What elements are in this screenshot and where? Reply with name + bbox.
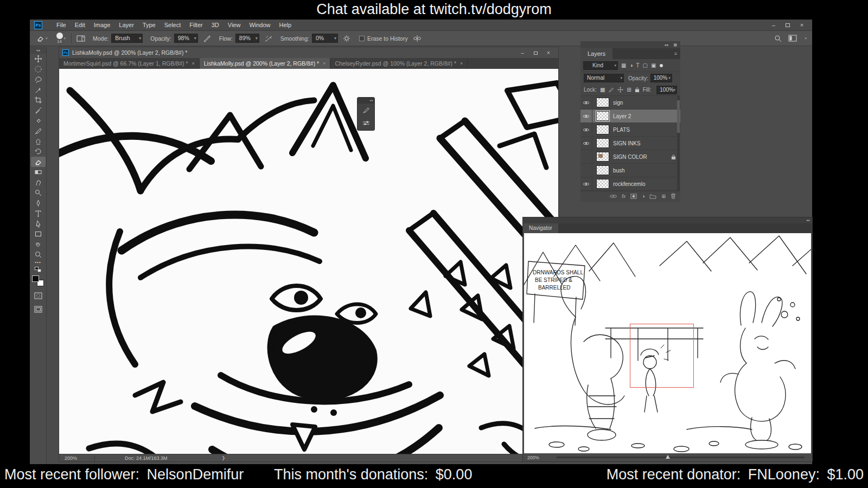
airbrush-icon[interactable] bbox=[264, 35, 273, 42]
fill-dropdown[interactable]: 100% bbox=[656, 86, 677, 94]
menu-3d[interactable]: 3D bbox=[207, 20, 224, 30]
tab-close-icon[interactable]: × bbox=[460, 61, 463, 66]
tool-preset-caret-icon[interactable]: ▾ bbox=[46, 36, 48, 41]
layer-row-sign-color[interactable]: SIGN COLOR bbox=[580, 150, 680, 164]
layer-row-layer-2[interactable]: Layer 2 bbox=[580, 110, 680, 123]
brush-settings-panel-icon[interactable] bbox=[76, 35, 85, 42]
document-close-button[interactable]: × bbox=[542, 50, 555, 56]
close-button[interactable]: × bbox=[795, 20, 809, 30]
minimize-button[interactable]: – bbox=[767, 20, 781, 30]
tab-navigator[interactable]: Navigator bbox=[523, 223, 558, 233]
search-icon[interactable] bbox=[774, 35, 782, 42]
lasso-tool[interactable] bbox=[31, 74, 46, 85]
menu-help[interactable]: Help bbox=[275, 20, 296, 30]
layer-thumbnail[interactable] bbox=[596, 152, 609, 162]
tab-close-icon[interactable]: × bbox=[192, 61, 195, 66]
filter-pixel-icon[interactable]: ▦ bbox=[621, 62, 626, 68]
layer-row-plats[interactable]: PLATS bbox=[580, 123, 680, 137]
layer-thumbnail[interactable] bbox=[596, 125, 609, 134]
zoom-tool[interactable] bbox=[31, 249, 46, 260]
layer-thumbnail[interactable] bbox=[596, 179, 609, 189]
opacity-dropdown[interactable]: 98% bbox=[174, 34, 198, 43]
layer-mask-icon[interactable] bbox=[630, 194, 637, 199]
document-minimize-button[interactable]: – bbox=[516, 50, 529, 56]
filter-kind-dropdown[interactable]: Kind bbox=[583, 61, 618, 70]
navigator-zoom-field[interactable]: 200% bbox=[527, 455, 549, 460]
link-layers-icon[interactable] bbox=[610, 194, 617, 198]
workspace-caret-icon[interactable]: ▾ bbox=[805, 36, 807, 41]
visibility-toggle[interactable] bbox=[580, 150, 592, 164]
lock-artboard-icon[interactable]: ⊞ bbox=[627, 87, 631, 93]
new-layer-icon[interactable]: ⊞ bbox=[661, 194, 666, 199]
layers-scrollbar[interactable] bbox=[677, 96, 680, 190]
menu-window[interactable]: Window bbox=[245, 20, 275, 30]
blend-mode-dropdown[interactable]: Normal bbox=[584, 74, 624, 82]
restore-button[interactable] bbox=[781, 20, 795, 30]
navigator-view-rectangle[interactable] bbox=[630, 324, 694, 388]
smudge-tool[interactable] bbox=[31, 177, 46, 188]
lock-pixels-icon[interactable] bbox=[608, 87, 614, 93]
menu-image[interactable]: Image bbox=[90, 20, 115, 30]
eyedropper-tool[interactable] bbox=[31, 105, 46, 115]
collapse-panel-icon[interactable]: ◂◂ bbox=[664, 43, 668, 47]
tab-mortimersquirl[interactable]: MortimerSquirl.psd @ 66.7% (Layer 1, RGB… bbox=[59, 58, 200, 69]
tab-layers[interactable]: Layers bbox=[580, 48, 612, 59]
document-titlebar[interactable]: Ps LishkaMolly.psd @ 200% (Layer 2, RGB/… bbox=[59, 47, 558, 58]
mode-dropdown[interactable]: Brush bbox=[111, 34, 143, 43]
zoom-level-field[interactable]: 200% bbox=[65, 455, 94, 461]
workspace-icon[interactable] bbox=[788, 35, 797, 42]
floating-brush-panel[interactable]: ◂◂ bbox=[357, 97, 375, 131]
foreground-color-swatch[interactable] bbox=[32, 275, 39, 282]
scrollbar-thumb[interactable] bbox=[677, 100, 680, 133]
path-selection-tool[interactable] bbox=[31, 219, 46, 229]
visibility-toggle[interactable] bbox=[580, 96, 592, 110]
layer-thumbnail[interactable] bbox=[596, 111, 609, 121]
filter-adjustment-icon[interactable]: ◑ bbox=[629, 62, 633, 68]
visibility-toggle[interactable] bbox=[580, 177, 592, 191]
dodge-tool[interactable] bbox=[31, 188, 46, 198]
visibility-toggle[interactable] bbox=[580, 123, 592, 137]
layer-style-icon[interactable]: fx bbox=[622, 194, 626, 199]
lock-position-icon[interactable] bbox=[617, 87, 623, 93]
layer-row-sign-inks[interactable]: SIGN INKS bbox=[580, 137, 680, 150]
canvas[interactable]: ◂◂ bbox=[59, 69, 558, 455]
visibility-toggle[interactable] bbox=[580, 137, 592, 150]
eraser-tool[interactable] bbox=[31, 157, 46, 167]
screen-mode-button[interactable] bbox=[31, 304, 46, 314]
status-arrow-icon[interactable]: ❯ bbox=[222, 455, 226, 460]
layer-thumbnail[interactable] bbox=[596, 138, 609, 148]
slider-thumb-icon[interactable] bbox=[666, 455, 670, 459]
lock-all-icon[interactable] bbox=[635, 87, 640, 93]
paint-symmetry-icon[interactable] bbox=[413, 35, 422, 42]
filter-type-icon[interactable]: T bbox=[636, 62, 640, 68]
layer-row-sign[interactable]: sign bbox=[580, 96, 680, 110]
tab-lishkamolly[interactable]: LishkaMolly.psd @ 200% (Layer 2, RGB/8#)… bbox=[200, 58, 331, 69]
gradient-tool[interactable] bbox=[31, 167, 46, 177]
flow-dropdown[interactable]: 89% bbox=[235, 34, 259, 43]
move-tool[interactable] bbox=[31, 54, 46, 64]
adjustment-layer-icon[interactable]: ◑ bbox=[642, 194, 644, 199]
layer-row-rockfence[interactable]: rockfencemlo bbox=[580, 177, 680, 191]
tools-collapse-icon[interactable]: ◂◂ bbox=[30, 47, 46, 54]
menu-file[interactable]: File bbox=[52, 20, 71, 30]
crop-tool[interactable] bbox=[31, 95, 46, 105]
clone-stamp-tool[interactable] bbox=[31, 136, 46, 146]
layer-thumbnail[interactable] bbox=[596, 165, 609, 175]
filter-shape-icon[interactable]: ▢ bbox=[643, 62, 648, 68]
brush-settings-icon[interactable] bbox=[358, 104, 374, 117]
navigator-zoom-slider[interactable] bbox=[557, 457, 805, 458]
default-colors-icon[interactable] bbox=[35, 267, 41, 272]
document-maximize-button[interactable] bbox=[529, 50, 542, 56]
tool-overflow-icon[interactable]: ••• bbox=[30, 260, 46, 265]
type-tool[interactable] bbox=[31, 208, 46, 219]
delete-layer-icon[interactable] bbox=[671, 193, 676, 199]
marquee-tool[interactable] bbox=[31, 64, 46, 74]
quick-mask-button[interactable] bbox=[31, 291, 46, 301]
color-swatches[interactable] bbox=[32, 275, 44, 286]
navigator-preview[interactable]: DRNWARDS SHALL BE STRIPED & BARRELLED bbox=[524, 233, 811, 454]
layer-group-icon[interactable] bbox=[649, 194, 656, 199]
pen-tool[interactable] bbox=[31, 198, 46, 208]
quick-selection-tool[interactable] bbox=[31, 85, 46, 95]
erase-to-history-checkbox[interactable] bbox=[359, 36, 365, 41]
smoothing-gear-icon[interactable] bbox=[343, 35, 350, 42]
